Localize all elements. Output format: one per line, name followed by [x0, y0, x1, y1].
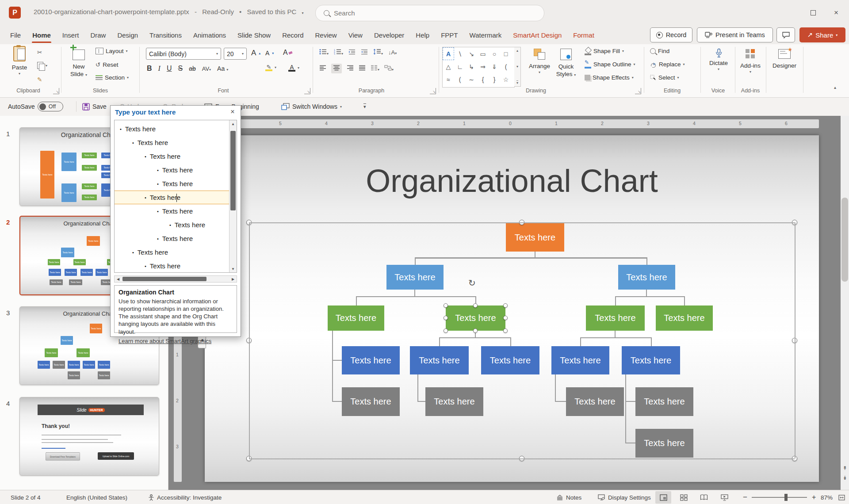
next-slide-button[interactable]: ↡	[841, 475, 849, 481]
increase-font-button[interactable]: A▴	[251, 49, 260, 57]
section-button[interactable]: Section▾	[96, 74, 129, 81]
comments-button[interactable]	[776, 27, 795, 42]
shape-icon[interactable]: ⇒	[477, 60, 489, 73]
scroll-right-button[interactable]: ▶	[229, 276, 237, 282]
autosave-control[interactable]: AutoSave Off	[8, 98, 63, 115]
text-pane-item[interactable]: •Texts here	[115, 232, 237, 245]
shape-handle[interactable]	[444, 303, 448, 308]
scrollbar-thumb[interactable]	[230, 131, 236, 210]
dictate-button[interactable]: Dictate ▾	[705, 46, 732, 72]
tab-file[interactable]: File	[4, 26, 27, 44]
line-spacing-button[interactable]: ▾	[373, 49, 383, 56]
tab-help[interactable]: Help	[410, 26, 435, 44]
shape-icon[interactable]: {	[477, 73, 489, 86]
tab-animations[interactable]: Animations	[187, 26, 232, 44]
text-pane-item[interactable]: •Texts here	[115, 122, 237, 136]
text-pane-item[interactable]: •Texts here	[115, 204, 237, 218]
org-node[interactable]: Texts here	[446, 305, 505, 331]
tab-home[interactable]: Home	[27, 26, 57, 44]
shape-icon[interactable]: ☆	[500, 73, 512, 86]
font-dialog-launcher[interactable]: ↘	[304, 88, 310, 94]
arrange-button[interactable]: Arrange ▾	[527, 46, 552, 75]
text-pane-item[interactable]: •Texts here	[115, 191, 237, 204]
org-node[interactable]: Texts here	[635, 387, 693, 416]
shape-icon[interactable]: ○	[489, 47, 500, 60]
org-node[interactable]: Texts here	[618, 265, 675, 290]
notes-button[interactable]: Notes	[556, 490, 581, 504]
shape-handle[interactable]	[473, 328, 478, 333]
org-node[interactable]: Texts here	[622, 346, 680, 374]
shape-icon[interactable]: ∼	[466, 73, 477, 86]
tab-developer[interactable]: Developer	[368, 26, 410, 44]
shape-gallery-scrollbar[interactable]: ▴ ▾ ▾	[514, 47, 521, 87]
shape-icon[interactable]: ↳	[466, 60, 477, 73]
strikethrough-ab-button[interactable]: ab	[189, 65, 196, 72]
zoom-slider-track[interactable]	[752, 497, 807, 498]
restore-window-button[interactable]	[806, 6, 821, 19]
columns-button[interactable]: ▾	[371, 65, 379, 72]
increase-indent-button[interactable]	[361, 49, 368, 56]
share-button[interactable]: ↗ Share ▾	[799, 27, 845, 42]
learn-more-link[interactable]: Learn more about SmartArt graphics	[119, 338, 211, 344]
align-right-button[interactable]	[347, 65, 354, 72]
shape-handle[interactable]	[444, 328, 448, 333]
new-slide-button[interactable]: New Slide ▾	[67, 46, 90, 78]
save-button[interactable]: Save	[82, 98, 107, 115]
text-pane-item[interactable]: •Texts here	[115, 149, 237, 163]
text-pane-item[interactable]: •Texts here	[115, 245, 237, 259]
shape-handle[interactable]	[473, 303, 478, 308]
shape-handle[interactable]	[503, 328, 508, 333]
shape-icon[interactable]: ⇓	[489, 60, 500, 73]
paragraph-dialog-launcher[interactable]: ↘	[430, 88, 436, 94]
scroll-down-icon[interactable]: ▾	[516, 65, 518, 69]
zoom-slider-thumb[interactable]	[784, 494, 788, 501]
text-pane-item[interactable]: •Texts here	[115, 259, 237, 273]
font-color-button[interactable]: A ▾	[288, 64, 299, 72]
shape-icon[interactable]: (	[500, 60, 512, 73]
tab-slide-show[interactable]: Slide Show	[232, 26, 276, 44]
numbered-list-button[interactable]: 123▾	[334, 49, 343, 56]
shape-icon[interactable]: ↘	[466, 47, 477, 60]
text-pane-item[interactable]: •Texts here	[115, 163, 237, 177]
drawing-dialog-launcher[interactable]: ↘	[635, 88, 641, 94]
designer-button[interactable]: ★ Designer	[769, 46, 800, 70]
text-pane-hscrollbar[interactable]: ◀ ▶	[114, 275, 237, 283]
fit-to-window-button[interactable]	[836, 491, 847, 504]
tab-watermark[interactable]: Watermark	[464, 26, 508, 44]
slide-indicator[interactable]: Slide 2 of 4	[11, 490, 41, 504]
add-ins-button[interactable]: Add-ins ▾	[738, 46, 763, 74]
normal-view-button[interactable]	[655, 491, 671, 504]
org-node[interactable]: Texts here	[656, 305, 713, 331]
text-direction-button[interactable]: ↓A▾	[388, 49, 397, 56]
text-pane-item[interactable]: •Texts here	[115, 136, 237, 149]
shape-handle[interactable]	[444, 316, 448, 320]
org-node[interactable]: Texts here	[425, 387, 483, 416]
previous-slide-button[interactable]: ↟	[841, 465, 849, 471]
text-pane-item[interactable]: •Texts here	[115, 218, 237, 232]
org-node[interactable]: Texts here	[566, 387, 624, 416]
italic-button[interactable]: I	[158, 65, 161, 73]
autosave-toggle[interactable]: Off	[38, 102, 63, 111]
tab-draw[interactable]: Draw	[84, 26, 111, 44]
shape-icon[interactable]: }	[489, 73, 500, 86]
present-in-teams-button[interactable]: Present in Teams	[697, 27, 773, 42]
character-spacing-button[interactable]: AV▾	[202, 65, 211, 72]
clear-formatting-button[interactable]: A	[283, 49, 292, 57]
tab-transitions[interactable]: Transitions	[144, 26, 187, 44]
shape-icon[interactable]: ▭	[477, 47, 489, 60]
close-text-pane-button[interactable]: ×	[228, 107, 237, 116]
search-input[interactable]: Search	[315, 5, 544, 21]
scroll-up-button[interactable]: ▲	[229, 120, 237, 127]
font-family-select[interactable]: Calibri (Body)▾	[146, 48, 221, 60]
format-painter-button[interactable]: ✎	[37, 76, 42, 83]
tab-fppt[interactable]: FPPT	[435, 26, 463, 44]
bullet-list-button[interactable]: ▾	[319, 49, 329, 56]
canvas-scrollbar[interactable]	[841, 116, 849, 490]
text-pane-item[interactable]: •Texts here	[115, 177, 237, 191]
org-node[interactable]: Texts here	[481, 346, 539, 374]
language-indicator[interactable]: English (United States)	[66, 490, 127, 504]
replace-button[interactable]: bReplace▾	[650, 61, 685, 68]
convert-smartart-button[interactable]: ▾	[384, 65, 394, 72]
org-node[interactable]: Texts here	[586, 305, 645, 331]
shape-icon[interactable]: ∟	[454, 60, 466, 73]
